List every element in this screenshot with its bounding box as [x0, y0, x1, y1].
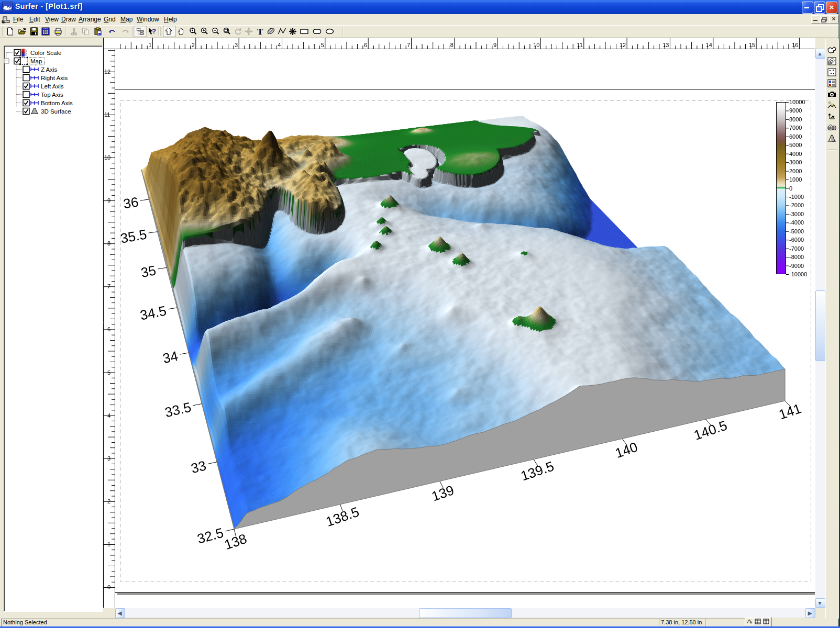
svg-text:Top Axis: Top Axis: [41, 92, 63, 98]
svg-text:3D Surface: 3D Surface: [41, 108, 71, 115]
svg-text:Right Axis: Right Axis: [41, 75, 68, 81]
svg-text:Map: Map: [30, 58, 42, 64]
svg-text:T: T: [257, 27, 263, 37]
svg-text:?: ?: [152, 27, 156, 35]
svg-text:Color Scale: Color Scale: [30, 50, 61, 56]
svg-text:Bottom Axis: Bottom Axis: [41, 100, 73, 106]
svg-text:Z Axis: Z Axis: [41, 66, 58, 73]
svg-text:Left Axis: Left Axis: [41, 83, 64, 89]
